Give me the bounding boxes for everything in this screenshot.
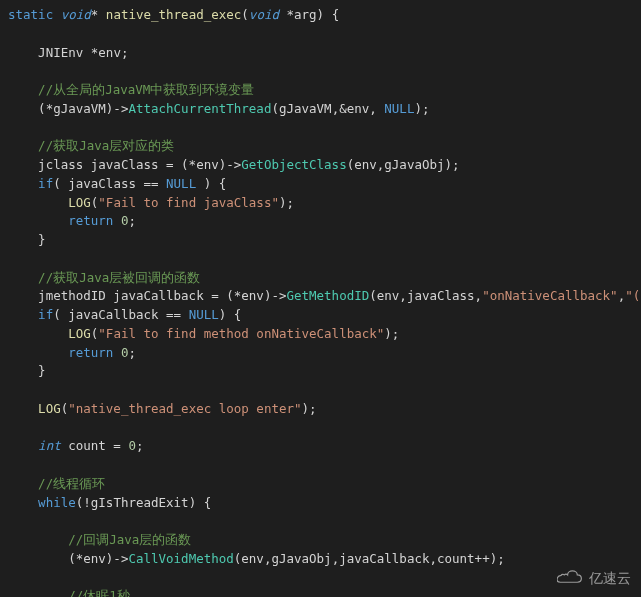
args: (env,gJavaObj,javaCallback,count++); xyxy=(234,551,505,566)
comment: //从全局的JavaVM中获取到环境变量 xyxy=(38,82,254,97)
paren: ); xyxy=(279,195,294,210)
semi: ; xyxy=(121,45,129,60)
string: "onNativeCallback" xyxy=(482,288,617,303)
kw-return: return xyxy=(68,213,113,228)
fn-name: native_thread_exec xyxy=(106,7,241,22)
string: "Fail to find javaClass" xyxy=(98,195,279,210)
method: CallVoidMethod xyxy=(128,551,233,566)
cond: ( javaClass == xyxy=(53,176,166,191)
method: AttachCurrentThread xyxy=(128,101,271,116)
fn-log: LOG xyxy=(68,326,91,341)
null: NULL xyxy=(384,101,414,116)
cond: ( javaCallback == xyxy=(53,307,188,322)
cond: ) { xyxy=(219,307,242,322)
method: GetObjectClass xyxy=(241,157,346,172)
null: NULL xyxy=(189,307,219,322)
comment: //回调Java层的函数 xyxy=(68,532,191,547)
semi: ; xyxy=(128,345,136,360)
kw-static: static xyxy=(8,7,53,22)
string: "Fail to find method onNativeCallback" xyxy=(98,326,384,341)
kw-int: int xyxy=(38,438,61,453)
null: NULL xyxy=(166,176,196,191)
type: JNIEnv xyxy=(38,45,83,60)
args: (gJavaVM,&env, xyxy=(271,101,384,116)
rest: count = xyxy=(61,438,129,453)
comment: //休眠1秒 xyxy=(68,588,130,597)
sp xyxy=(113,345,121,360)
star: * xyxy=(287,7,295,22)
comment: //获取Java层对应的类 xyxy=(38,138,174,153)
kw-return: return xyxy=(68,345,113,360)
cond: ) { xyxy=(196,176,226,191)
semi: ; xyxy=(136,438,144,453)
kw-void: void xyxy=(61,7,91,22)
star: * xyxy=(91,7,99,22)
semi: ; xyxy=(128,213,136,228)
lhs: jclass javaClass = (*env)-> xyxy=(38,157,241,172)
comment: //线程循环 xyxy=(38,476,105,491)
method: GetMethodID xyxy=(286,288,369,303)
fn-log: LOG xyxy=(38,401,61,416)
kw-void: void xyxy=(249,7,279,22)
kw-while: while xyxy=(38,495,76,510)
brace: { xyxy=(332,7,340,22)
kw-if: if xyxy=(38,307,53,322)
expr: (*gJavaVM)-> xyxy=(38,101,128,116)
expr: (*env)-> xyxy=(68,551,128,566)
num: 0 xyxy=(128,438,136,453)
string: "(I)V" xyxy=(625,288,641,303)
args: (env,gJavaObj); xyxy=(347,157,460,172)
string: "native_thread_exec loop enter" xyxy=(68,401,301,416)
arg: arg xyxy=(294,7,317,22)
paren: ) xyxy=(317,7,325,22)
brace: } xyxy=(38,363,46,378)
brace: } xyxy=(38,232,46,247)
paren: ); xyxy=(384,326,399,341)
args: (env,javaClass, xyxy=(369,288,482,303)
paren: ); xyxy=(302,401,317,416)
var: env xyxy=(98,45,121,60)
code-block: static void* native_thread_exec(void *ar… xyxy=(0,0,641,597)
fn-log: LOG xyxy=(68,195,91,210)
lhs: jmethodID javaCallback = (*env)-> xyxy=(38,288,286,303)
sp xyxy=(113,213,121,228)
paren: ( xyxy=(241,7,249,22)
kw-if: if xyxy=(38,176,53,191)
close: ); xyxy=(414,101,429,116)
comment: //获取Java层被回调的函数 xyxy=(38,270,200,285)
cond: (!gIsThreadExit) { xyxy=(76,495,211,510)
